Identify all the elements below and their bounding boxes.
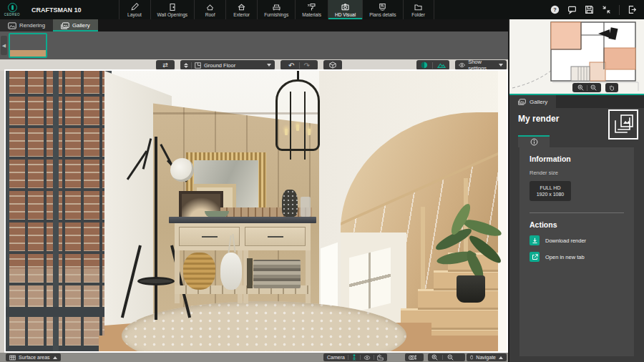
camera-height-button[interactable] (405, 353, 424, 361)
daylight-icon[interactable] (421, 62, 428, 69)
menu-item-plans-details[interactable]: Plans details (362, 0, 402, 19)
zoom-group (428, 353, 465, 361)
render-patterned-vase (282, 190, 298, 217)
mouse-icon (470, 354, 473, 361)
minimap-zoom-out-icon[interactable] (590, 84, 597, 91)
pan-hand-icon (609, 84, 615, 91)
cedreo-logo[interactable]: CEDREO (0, 0, 24, 19)
render-drawer-handle (268, 236, 283, 238)
chevron-down-icon (267, 64, 271, 67)
show-settings-button[interactable]: Show settings (455, 60, 507, 70)
floor-selector[interactable]: Ground Floor (180, 60, 275, 70)
collapse-icon[interactable] (602, 5, 611, 14)
render-glass-vase (301, 197, 311, 217)
render-sunlight-window-patch (349, 248, 391, 313)
information-heading: Information (530, 155, 624, 163)
render-lantern-candle (296, 124, 299, 131)
gallery-thumbnail-strip: ◀ (0, 31, 508, 59)
render-lantern-candle (308, 129, 311, 135)
floor-plan-minimap[interactable] (509, 19, 644, 94)
menu-item-hd-visual[interactable]: HD Visual (328, 0, 362, 19)
render-console-leg (306, 250, 311, 303)
menu-item-furnishings[interactable]: Furnishings (257, 0, 295, 19)
zoom-out-icon[interactable] (447, 354, 454, 361)
window-actions: ? (550, 0, 644, 19)
undo-icon[interactable]: ↶ (288, 62, 294, 69)
render-console-body (175, 223, 311, 250)
open-in-new-tab-action[interactable]: Open in new tab (530, 252, 624, 262)
exit-icon[interactable] (628, 5, 637, 14)
render-info-card: Information Render size FULL HD 1920 x 1… (519, 147, 634, 356)
cedreo-app-window: CEDREO CRAFTSMAN 10 Layout Wall Openings… (0, 0, 644, 362)
stacked-renders-icon (608, 109, 638, 140)
floor-selector-value: Ground Floor (204, 62, 235, 69)
house-icon (237, 3, 246, 11)
render-size-button[interactable]: FULL HD 1920 x 1080 (530, 181, 571, 201)
menu-item-exterior[interactable]: Exterior (225, 0, 257, 19)
gallery-panel-tab[interactable]: Gallery (509, 95, 556, 108)
eye-icon (459, 62, 465, 68)
redo-icon[interactable]: ↷ (304, 62, 310, 69)
cedreo-logo-icon (8, 3, 17, 12)
capture-icon (329, 62, 336, 69)
table-grid-icon (9, 355, 16, 361)
render-style-group (416, 60, 449, 70)
render-lantern-bar (304, 92, 306, 160)
minimap-pan-button[interactable] (605, 83, 618, 92)
render-plant-pot (457, 275, 485, 303)
download-render-action[interactable]: Download render (530, 235, 624, 245)
hd-render-image[interactable] (6, 71, 507, 351)
chevron-up-icon (53, 356, 57, 359)
image-icon (8, 22, 16, 29)
render-console-drawer (245, 227, 306, 246)
feedback-icon[interactable] (567, 5, 577, 14)
menu-item-roof[interactable]: Roof (194, 0, 225, 19)
render-upright-book (247, 258, 253, 288)
person-view-icon[interactable] (351, 354, 357, 361)
render-white-vase (220, 253, 242, 290)
render-book-stack (253, 260, 301, 288)
capture-button[interactable] (323, 60, 342, 70)
render-thumbnail-selected[interactable] (9, 33, 47, 58)
gallery-panel-body: My render Information Render size FULL H… (509, 108, 644, 356)
right-panel: Gallery My render Information Render siz… (508, 19, 644, 362)
tab-gallery[interactable]: Gallery (53, 19, 98, 31)
view-tab-bar: Rendering Gallery (0, 19, 508, 31)
dollhouse-view-icon[interactable] (377, 354, 384, 361)
menu-item-materials[interactable]: Materials (295, 0, 328, 19)
camera-height-icon (409, 354, 416, 361)
actions-heading: Actions (530, 220, 624, 229)
menu-item-folder[interactable]: Folder (403, 0, 434, 19)
bottom-bar: Surface areas Camera Navigate (0, 353, 508, 362)
birdview-icon[interactable] (364, 355, 371, 361)
surface-areas-button[interactable]: Surface areas (6, 353, 61, 361)
strip-scroll-left-icon[interactable]: ◀ (1, 36, 7, 55)
svg-text:?: ? (553, 6, 557, 13)
floor-stepper[interactable] (184, 63, 188, 68)
project-name: CRAFTSMAN 10 (24, 0, 89, 19)
tab-rendering[interactable]: Rendering (0, 19, 53, 31)
top-menu-bar: CEDREO CRAFTSMAN 10 Layout Wall Openings… (0, 0, 644, 19)
help-icon[interactable]: ? (550, 5, 560, 14)
minimap-zoom-group (572, 83, 601, 92)
door-icon (168, 3, 177, 11)
environment-icon[interactable] (437, 62, 446, 69)
undo-redo-group: ↶ ↷ (280, 60, 318, 70)
navigate-button[interactable]: Navigate (467, 353, 507, 361)
paint-roller-icon (307, 3, 316, 11)
gallery-tab-row: Gallery (509, 95, 644, 108)
minimap-zoom-in-icon[interactable] (577, 84, 584, 91)
menu-item-wall-openings[interactable]: Wall Openings (150, 0, 195, 19)
save-icon[interactable] (585, 5, 594, 14)
swap-view-button[interactable]: ⇄ (156, 60, 175, 70)
menu-item-layout[interactable]: Layout (119, 0, 150, 19)
info-icon (530, 138, 538, 146)
render-potted-plant (434, 208, 505, 308)
gallery-icon (518, 99, 526, 105)
render-door-rail (6, 307, 112, 317)
render-wicker-basket (183, 253, 215, 290)
topbar-divider (619, 5, 620, 15)
info-tab[interactable] (518, 135, 550, 147)
render-console-table (169, 217, 316, 311)
zoom-in-icon[interactable] (431, 354, 438, 361)
